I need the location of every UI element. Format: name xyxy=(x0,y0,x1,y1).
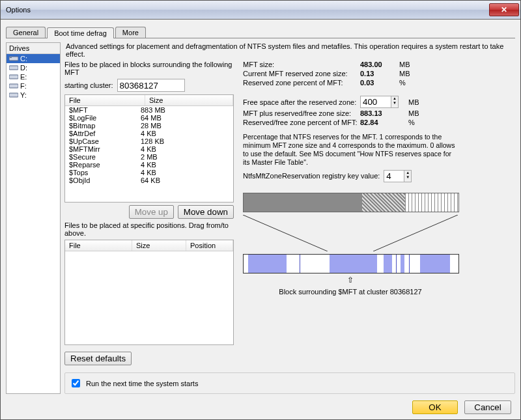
chevron-down-icon[interactable]: ▼ xyxy=(391,101,398,105)
cur-reserved-label: Current MFT reserved zone size: xyxy=(243,70,360,77)
starting-cluster-label: starting cluster: xyxy=(64,81,113,89)
cell-size: 2 MB xyxy=(141,153,158,161)
close-button[interactable]: ✕ xyxy=(489,3,519,16)
reset-defaults-button[interactable]: Reset defaults xyxy=(64,352,132,365)
pointer-arrow-icon: ⇧ xyxy=(243,276,458,284)
block-detail-bar xyxy=(243,254,459,273)
pos-table-label: Files to be placed at specific positions… xyxy=(64,221,234,237)
chevron-up-icon[interactable]: ▲ xyxy=(404,171,411,175)
stats-grid-1: MFT size:483.00MB Current MFT reserved z… xyxy=(243,61,515,87)
svg-rect-4 xyxy=(9,84,18,88)
client-area: General Boot time defrag More Drives C: … xyxy=(1,20,520,419)
tab-strip: General Boot time defrag More xyxy=(6,25,515,38)
table-row[interactable]: $AttrDef4 KB xyxy=(65,130,233,137)
right-column: MFT size:483.00MB Current MFT reserved z… xyxy=(243,61,515,370)
table-row[interactable]: $LogFile64 MB xyxy=(65,114,233,122)
cell-size: 4 KB xyxy=(141,161,156,169)
chevron-up-icon[interactable]: ▲ xyxy=(391,96,398,101)
file-table: File Size $MFT883 MB$LogFile64 MB$Bitmap… xyxy=(64,94,234,203)
ok-button[interactable]: OK xyxy=(412,400,458,414)
cell-file: $MFTMirr xyxy=(69,145,141,153)
cell-size: 4 KB xyxy=(141,130,156,137)
svg-rect-0 xyxy=(9,57,18,61)
table-row[interactable]: $MFT883 MB xyxy=(65,106,233,114)
free-after-unit: MB xyxy=(408,98,427,106)
cell-file: $LogFile xyxy=(69,114,141,122)
move-up-button[interactable]: Move up xyxy=(129,205,174,219)
cell-file: $Bitmap xyxy=(69,122,141,130)
pos-col-position[interactable]: Position xyxy=(186,240,233,251)
pos-col-file[interactable]: File xyxy=(65,240,132,251)
cell-file: $AttrDef xyxy=(69,130,141,137)
table-row[interactable]: $MFTMirr4 KB xyxy=(65,145,233,153)
titlebar[interactable]: Options ✕ xyxy=(1,1,520,20)
cell-size: 4 KB xyxy=(141,169,156,176)
table-row[interactable]: $Reparse4 KB xyxy=(65,161,233,169)
drive-item-e[interactable]: E: xyxy=(7,72,60,81)
mft-size-value: 483.00 xyxy=(360,61,399,68)
mft-plus-label: MFT plus reserved/free zone size: xyxy=(243,109,360,117)
spinner-arrows[interactable]: ▲▼ xyxy=(391,96,399,108)
starting-cluster-input[interactable] xyxy=(117,79,185,92)
cancel-button[interactable]: Cancel xyxy=(464,400,511,414)
run-next-time-checkbox[interactable] xyxy=(72,379,80,387)
table-row[interactable]: $Secure2 MB xyxy=(65,153,233,161)
free-after-label: Free space after the reserved zone: xyxy=(243,98,360,106)
registry-key-row: NtfsMftZoneReservation registry key valu… xyxy=(243,170,515,182)
pos-col-size[interactable]: Size xyxy=(132,240,186,251)
registry-key-input[interactable] xyxy=(384,170,404,182)
drives-header: Drives xyxy=(7,43,60,54)
cell-size: 64 MB xyxy=(141,114,162,122)
connector-lines xyxy=(243,215,458,251)
move-down-button[interactable]: Move down xyxy=(178,205,234,219)
tab-body: Drives C: D: E: F: Y: Advanced settings … xyxy=(6,42,515,394)
table-row[interactable]: $UpCase128 KB xyxy=(65,137,233,145)
mft-label: Files to be placed in blocks surrounding… xyxy=(64,61,234,76)
drive-item-f[interactable]: F: xyxy=(7,81,60,91)
diagram-caption: Block surrounding $MFT at cluster 803681… xyxy=(243,288,458,296)
tab-more[interactable]: More xyxy=(115,27,146,38)
cell-file: $Tops xyxy=(69,169,141,176)
col-size[interactable]: Size xyxy=(145,95,233,105)
mft-size-unit: MB xyxy=(399,61,417,68)
col-file[interactable]: File xyxy=(65,95,145,105)
drive-item-d[interactable]: D: xyxy=(7,63,60,72)
cell-size: 883 MB xyxy=(141,106,165,114)
drive-item-c[interactable]: C: xyxy=(7,54,60,63)
window-title: Options xyxy=(6,6,31,14)
spinner-arrows[interactable]: ▲▼ xyxy=(404,170,412,182)
run-next-time-row: Run the next time the system starts xyxy=(64,372,515,394)
table-row[interactable]: $Bitmap28 MB xyxy=(65,122,233,130)
free-after-spinner[interactable]: ▲▼ xyxy=(360,96,408,108)
file-table-body[interactable]: $MFT883 MB$LogFile64 MB$Bitmap28 MB$Attr… xyxy=(65,106,233,202)
rf-pct-value: 82.84 xyxy=(360,119,408,126)
table-row[interactable]: $Tops4 KB xyxy=(65,169,233,176)
tab-general[interactable]: General xyxy=(6,27,46,38)
drive-icon xyxy=(9,64,18,71)
svg-line-6 xyxy=(243,215,328,251)
registry-key-spinner[interactable]: ▲▼ xyxy=(384,170,412,182)
svg-rect-3 xyxy=(9,75,18,79)
cell-file: $UpCase xyxy=(69,137,141,145)
free-after-input[interactable] xyxy=(360,96,391,108)
drive-item-y[interactable]: Y: xyxy=(7,91,60,100)
reservation-para: Percentage that NTFS reserves for the MF… xyxy=(243,133,458,167)
right-area: Advanced settings for placement and defr… xyxy=(64,42,515,394)
cell-file: $ObjId xyxy=(69,176,141,184)
position-table-body[interactable] xyxy=(65,251,233,344)
chevron-down-icon[interactable]: ▼ xyxy=(404,175,411,180)
close-icon: ✕ xyxy=(501,5,507,14)
cell-size: 4 KB xyxy=(141,145,156,153)
drive-icon xyxy=(9,55,18,62)
registry-key-label: NtfsMftZoneReservation registry key valu… xyxy=(243,172,380,180)
svg-rect-2 xyxy=(9,66,18,70)
drive-icon xyxy=(9,74,18,80)
reserved-pct-unit: % xyxy=(399,79,417,87)
tab-boot-time-defrag[interactable]: Boot time defrag xyxy=(47,27,114,38)
table-row[interactable]: $ObjId64 KB xyxy=(65,176,233,184)
cur-reserved-value: 0.13 xyxy=(360,70,399,77)
cell-file: $MFT xyxy=(69,106,141,114)
move-buttons: Move up Move down xyxy=(64,205,234,219)
drive-icon xyxy=(9,92,18,98)
dialog-buttons: OK Cancel xyxy=(6,398,515,417)
